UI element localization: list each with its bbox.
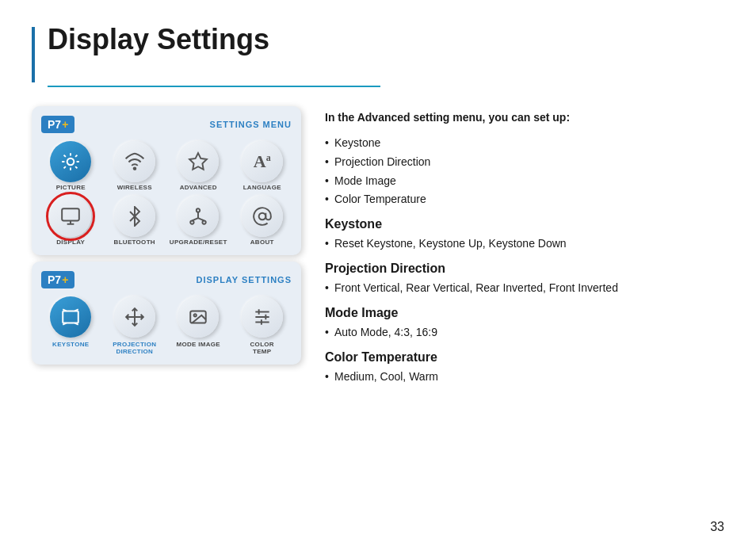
advanced-icon-circle — [178, 141, 219, 182]
svg-point-16 — [203, 220, 206, 223]
svg-line-7 — [64, 166, 66, 168]
heading-keystone: Keystone — [325, 217, 724, 231]
mode-image-icon-circle — [178, 296, 219, 338]
mode-image-label: MODE IMAGE — [177, 341, 220, 348]
left-panel: P7+ SETTINGS MENU — [32, 106, 301, 394]
keystone-icon — [60, 307, 81, 327]
display-plus-text: + — [62, 273, 68, 286]
color-temp-icon-circle — [242, 296, 283, 338]
svg-point-25 — [194, 314, 197, 316]
icon-cell-language: Aa LANGUAGE — [233, 141, 292, 191]
badge-text: P7 — [48, 118, 61, 131]
svg-point-9 — [133, 167, 136, 170]
intro-item-projection: Projection Direction — [334, 153, 724, 172]
icon-cell-keystone: KEYSTONE — [41, 296, 101, 355]
keystone-label: KEYSTONE — [52, 341, 89, 348]
page-number: 33 — [710, 520, 724, 534]
at-icon — [252, 206, 273, 227]
projection-list: Front Vertical, Rear Vertical, Rear Inve… — [325, 279, 724, 298]
intro-list: Keystone Projection Direction Mode Image… — [325, 134, 724, 209]
display-menu-title: DISPLAY SETTINGS — [196, 275, 292, 285]
svg-point-15 — [191, 220, 194, 223]
display-label: DISPLAY — [56, 239, 85, 246]
icon-cell-wireless: WIRELESS — [105, 141, 165, 191]
color-temp-label: COLOR TEMP — [250, 341, 274, 355]
sliders-icon — [252, 307, 273, 327]
display-settings-screenshot: P7+ DISPLAY SETTINGS — [32, 262, 301, 365]
language-icon-circle: Aa — [242, 141, 283, 182]
right-panel: In the Advanced setting menu, you can se… — [325, 106, 724, 394]
display-menu-header: P7+ DISPLAY SETTINGS — [41, 271, 292, 288]
settings-menu-screenshot: P7+ SETTINGS MENU — [32, 106, 301, 255]
bluetooth-label: BLUETOOTH — [114, 239, 155, 246]
display-icon-circle — [50, 196, 91, 237]
upgrade-icon-circle — [178, 196, 219, 237]
icon-cell-about: ABOUT — [233, 196, 292, 246]
svg-point-0 — [67, 159, 74, 166]
heading-mode-image: Mode Image — [325, 306, 724, 320]
svg-line-8 — [75, 155, 77, 157]
settings-icon-grid: PICTURE WIRELESS — [41, 141, 292, 246]
hub-icon — [188, 206, 208, 227]
projection-icon-circle — [114, 296, 155, 338]
p7-badge-menu: P7+ — [41, 116, 74, 133]
page-title: Display Settings — [48, 24, 269, 55]
star-icon — [188, 151, 208, 172]
svg-line-3 — [64, 155, 66, 157]
svg-rect-21 — [63, 311, 79, 323]
wireless-label: WIRELESS — [117, 184, 152, 191]
heading-projection: Projection Direction — [325, 262, 724, 276]
keystone-icon-circle — [50, 296, 91, 338]
projection-item: Front Vertical, Rear Vertical, Rear Inve… — [334, 279, 724, 298]
sun-icon — [60, 151, 81, 172]
color-temp-list: Medium, Cool, Warm — [325, 368, 724, 387]
menu-header: P7+ SETTINGS MENU — [41, 116, 292, 133]
icon-cell-advanced: ADVANCED — [169, 141, 228, 191]
language-icon: Aa — [254, 151, 271, 172]
upgrade-label: UPGRADE/RESET — [170, 239, 227, 246]
wifi-icon — [124, 151, 145, 172]
intro-item-keystone: Keystone — [334, 134, 724, 153]
menu-title: SETTINGS MENU — [210, 120, 292, 129]
picture-icon-circle — [50, 141, 91, 182]
p7-badge-display: P7+ — [41, 271, 74, 288]
svg-line-4 — [75, 166, 77, 168]
intro-item-mode-image: Mode Image — [334, 172, 724, 191]
advanced-label: ADVANCED — [180, 184, 217, 191]
icon-cell-projection: PROJECTION DIRECTION — [105, 296, 165, 355]
icon-cell-display: DISPLAY — [41, 196, 101, 246]
picture-label: PICTURE — [56, 184, 86, 191]
svg-marker-10 — [189, 153, 207, 170]
header-section: Display Settings — [32, 24, 724, 82]
icon-cell-picture: PICTURE — [41, 141, 101, 191]
monitor-icon — [60, 206, 81, 227]
icon-cell-bluetooth: BLUETOOTH — [105, 196, 165, 246]
mode-image-list: Auto Mode, 4:3, 16:9 — [325, 323, 724, 342]
about-icon-circle — [242, 196, 283, 237]
mode-image-item: Auto Mode, 4:3, 16:9 — [334, 323, 724, 342]
wireless-icon-circle — [114, 141, 155, 182]
blue-line-horizontal — [48, 86, 380, 87]
svg-line-19 — [198, 218, 204, 220]
color-temp-item: Medium, Cool, Warm — [334, 368, 724, 387]
icon-cell-upgrade: UPGRADE/RESET — [169, 196, 228, 246]
blue-line-vertical — [32, 27, 35, 82]
keystone-list: Reset Keystone, Keystone Up, Keystone Do… — [325, 235, 724, 254]
display-icon-grid: KEYSTONE — [41, 296, 292, 355]
svg-rect-11 — [62, 208, 79, 220]
language-label: LANGUAGE — [243, 184, 281, 191]
bluetooth-icon-circle — [114, 196, 155, 237]
about-label: ABOUT — [250, 239, 274, 246]
keystone-item: Reset Keystone, Keystone Up, Keystone Do… — [334, 235, 724, 254]
projection-label: PROJECTION DIRECTION — [113, 341, 156, 355]
bluetooth-icon — [124, 206, 145, 227]
image-icon — [188, 307, 208, 327]
intro-bold: In the Advanced setting menu, you can se… — [325, 111, 570, 124]
svg-point-14 — [197, 208, 200, 212]
icon-cell-mode-image: MODE IMAGE — [169, 296, 228, 355]
move-icon — [124, 307, 145, 327]
content-area: P7+ SETTINGS MENU — [32, 106, 724, 394]
intro-item-color-temp: Color Temperature — [334, 190, 724, 209]
heading-color-temp: Color Temperature — [325, 350, 724, 365]
intro-text: In the Advanced setting menu, you can se… — [325, 109, 724, 126]
